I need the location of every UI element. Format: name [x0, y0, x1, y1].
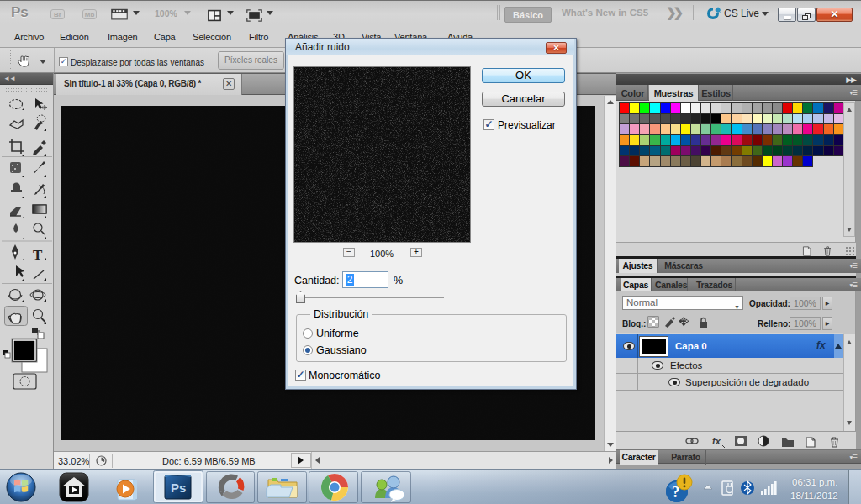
svg-text:Ps: Ps	[171, 480, 186, 495]
svg-text:fx: fx	[712, 436, 721, 446]
svg-text:T: T	[33, 247, 43, 263]
